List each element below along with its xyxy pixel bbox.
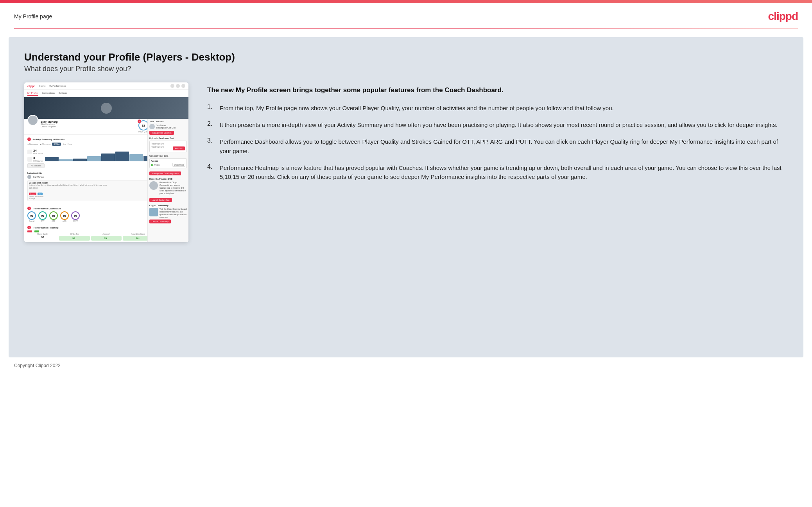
screenshot-panel: clippd Home My Performance My Profile Co… <box>24 82 188 242</box>
nav-my-performance: My Performance <box>49 85 66 87</box>
top-bar <box>0 0 812 3</box>
page-title: My Profile page <box>14 13 52 20</box>
drill-title: Record a Practice Drill <box>149 178 187 180</box>
on-course-label: ● On-course <box>27 143 38 145</box>
off-course-label: ● Off-course <box>40 143 51 145</box>
heatmap-label-overall: Player Quality <box>27 233 58 235</box>
lesson-description: Nothing to feel like my rights are endin… <box>29 184 107 186</box>
manage-coaches-btn[interactable]: Manage Your Coaches <box>149 131 174 135</box>
bar-1 <box>45 157 59 161</box>
on-course-count: 24 <box>33 149 43 152</box>
ring-app-label: APP <box>49 220 58 222</box>
ring-ott-circle: 90 <box>38 211 47 220</box>
lesson-meta: 01 h 30 min <box>29 187 107 189</box>
sidebar-drill: Record a Practice Drill Be one of the Cl… <box>149 178 187 202</box>
heatmap-col-overall: Player Quality 92 <box>27 233 58 241</box>
perf-section-title: Performance Dashboard <box>34 207 61 210</box>
list-item-1: 1. From the top, My Profile page now sho… <box>207 104 788 112</box>
ring-app-circle: 85 <box>49 211 58 220</box>
app-nav: clippd Home My Performance <box>24 82 188 90</box>
numbered-list: 1. From the top, My Profile page now sho… <box>207 104 788 182</box>
header: My Profile page clippd <box>0 3 812 28</box>
app-body-area: Blair McHarg Plus Handicap United Kingdo… <box>24 119 188 242</box>
trend-down <box>34 230 39 232</box>
community-title: Clippd Community <box>149 204 187 207</box>
drill-text: Be one of the Clippd Community and use o… <box>160 181 187 195</box>
app-screenshot: clippd Home My Performance My Profile Co… <box>24 82 188 242</box>
perf-section-num: 3 <box>27 207 31 210</box>
drill-avatar <box>149 181 158 190</box>
list-num-4: 4. <box>207 163 215 170</box>
app-avatar <box>27 115 38 126</box>
quality-badge-num: 1 <box>138 120 141 123</box>
off-course-label2: Off Course <box>33 160 43 162</box>
activity-section-num: 2 <box>27 137 31 141</box>
connect-title: Connect your data <box>149 155 187 157</box>
lesson-text-area: Lesson with Fonty Nothing to feel like m… <box>29 182 107 189</box>
heatmap-cell-ott: 90 ↓ <box>59 236 90 241</box>
filter-6mths: 6 Mths <box>52 143 61 146</box>
heatmap-label-app: Approach <box>91 233 122 235</box>
hero-circle <box>101 103 112 114</box>
trend-green-bar <box>34 230 39 232</box>
bar-2 <box>59 159 73 161</box>
list-item-4: 4. Performance Heatmap is a new feature … <box>207 163 788 182</box>
text-intro: The new My Profile screen brings togethe… <box>207 86 788 95</box>
ring-arg: 86 ARG <box>60 211 69 222</box>
footer: Copyright Clippd 2022 <box>0 357 812 374</box>
ring-overall: 92 Overall <box>27 211 36 222</box>
bar-6 <box>115 152 129 161</box>
subnav-my-profile: My Profile <box>27 91 38 96</box>
app-nav-links: Home My Performance <box>39 85 66 87</box>
quality-ring: 1 92 <box>138 120 149 130</box>
profile-icon <box>181 84 185 88</box>
nav-home: Home <box>39 85 46 87</box>
on-course-icon <box>27 150 32 154</box>
text-panel: The new My Profile screen brings togethe… <box>207 82 788 181</box>
launch-capture-btn[interactable]: Launch Capture App <box>149 198 172 202</box>
profile-name: Blair McHarg <box>41 120 136 123</box>
app-subnav: My Profile Connections Settings <box>24 90 188 97</box>
on-course-label2: On Course <box>33 152 43 155</box>
settings-icon <box>176 84 180 88</box>
connect-app-title: Arccos <box>151 160 185 162</box>
trend-red-bar <box>27 230 32 232</box>
page-heading: Understand your Profile (Players - Deskt… <box>24 51 788 63</box>
list-text-3: Performance Dashboard allows you to togg… <box>220 137 788 155</box>
ring-app: 85 APP <box>49 211 58 222</box>
app-profile-info: Blair McHarg Plus Handicap United Kingdo… <box>41 120 136 128</box>
coaches-title: Your Coaches <box>149 120 187 123</box>
coach-avatar <box>149 124 155 129</box>
trackman-add-btn[interactable]: Add Link <box>173 146 185 150</box>
heatmap-value-overall: 92 <box>27 236 58 239</box>
footer-text: Copyright Clippd 2022 <box>14 363 61 368</box>
ring-overall-label: Overall <box>27 220 36 222</box>
ring-putt: 96 PUTT <box>71 211 80 222</box>
disconnect-btn[interactable]: Disconnect <box>172 163 185 167</box>
heatmap-col-app: Approach 85 ↓ <box>91 233 122 241</box>
connect-section: Arccos Arccos Disconnect <box>149 158 187 168</box>
heatmap-col-ott: Off the Tee 90 ↓ <box>59 233 90 241</box>
list-num-2: 2. <box>207 120 215 127</box>
heatmap-header-left: 4 Performance Heatmap <box>27 226 59 229</box>
off-course-count: 3 <box>33 156 43 160</box>
trend-up <box>27 230 33 232</box>
activity-avatar <box>27 175 31 179</box>
ring-putt-circle: 96 <box>71 211 80 220</box>
launch-community-btn[interactable]: Launch Community <box>149 220 171 223</box>
list-text-2: It then presents a more in-depth view of… <box>220 120 778 129</box>
connect-app-name: Arccos <box>154 164 160 166</box>
list-item-2: 2. It then presents a more in-depth view… <box>207 120 788 129</box>
ring-ott: 90 OTT <box>38 211 47 222</box>
lesson-tag-lesson: Lesson <box>29 193 36 195</box>
connect-dot <box>151 164 153 166</box>
lesson-title: Lesson with Fonty <box>29 182 107 184</box>
heatmap-badge-container: 4 <box>27 226 32 229</box>
app-nav-logo: clippd <box>27 85 36 87</box>
heatmap-section-num: 4 <box>27 226 31 229</box>
manage-integrations-btn[interactable]: Manage Your Data Integrations <box>149 171 181 175</box>
app-nav-right <box>170 84 185 88</box>
trackman-placeholder: Trackman Link <box>151 143 185 145</box>
drill-section: Be one of the Clippd Community and use o… <box>149 181 187 195</box>
trackman-row: Trackman Link Add Link <box>151 146 185 150</box>
